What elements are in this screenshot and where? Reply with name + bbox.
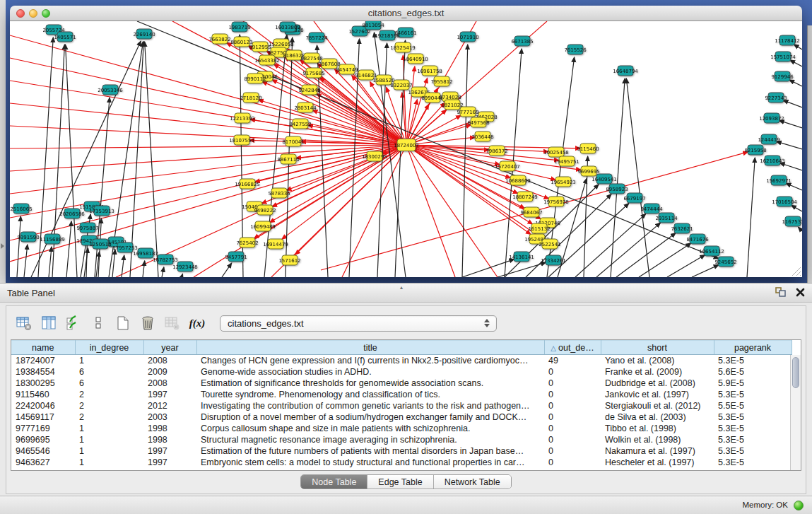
graph-node[interactable]: 11178412 xyxy=(775,35,800,45)
scrollbar-thumb[interactable] xyxy=(792,357,799,388)
table-row[interactable]: 1938455462009Genome-wide association stu… xyxy=(11,366,792,378)
table-row[interactable]: 946362711997Embryonic stem cells: a mode… xyxy=(11,457,792,468)
graph-node[interactable]: 6671385 xyxy=(511,36,533,46)
table-row[interactable]: 969969511998Structural magnetic resonanc… xyxy=(11,434,792,445)
graph-node[interactable]: 5878335 xyxy=(268,188,290,198)
graph-node[interactable]: 12213393 xyxy=(230,113,255,123)
network-window-titlebar[interactable]: citations_edges.txt xyxy=(10,6,802,21)
graph-node[interactable]: 7986372 xyxy=(486,146,507,156)
vertical-scrollbar[interactable] xyxy=(790,355,801,470)
graph-node[interactable]: 16210643 xyxy=(760,156,785,165)
graph-node[interactable]: 9245652 xyxy=(714,257,736,267)
network-window[interactable]: citations_edges.txt 88601238912955152260… xyxy=(10,6,802,277)
graph-node[interactable]: 7663822 xyxy=(208,34,230,44)
float-window-icon[interactable] xyxy=(775,287,786,300)
graph-node[interactable]: 8170041 xyxy=(282,136,304,146)
graph-node[interactable]: 1571612 xyxy=(278,255,300,265)
graph-node[interactable]: 9684067 xyxy=(520,207,542,217)
node-table-grid[interactable]: namein_degreeyeartitle△out_de…shortpager… xyxy=(11,340,792,468)
network-canvas-svg[interactable]: 8860123891295515226058982750516543382818… xyxy=(10,21,802,277)
graph-node[interactable]: 7625402 xyxy=(236,238,258,247)
graph-node[interactable]: 11156889 xyxy=(40,234,65,244)
table-row[interactable]: 2242004622012Investigating the contribut… xyxy=(11,400,792,411)
graph-node[interactable]: 1983719 xyxy=(228,22,250,32)
table-selector-dropdown[interactable]: citations_edges.txt xyxy=(220,315,497,332)
tab-node-table[interactable]: Node Table xyxy=(301,475,367,489)
graph-node[interactable]: 8813054 xyxy=(362,21,384,30)
graph-node[interactable]: 12093872 xyxy=(759,113,784,123)
graph-node[interactable]: 19495751 xyxy=(554,156,579,166)
select-columns-button[interactable] xyxy=(63,313,84,334)
graph-node[interactable]: 9175685 xyxy=(302,68,324,78)
graph-node[interactable]: 9699695 xyxy=(577,166,599,176)
graph-node[interactable]: 1615132 xyxy=(528,223,550,233)
graph-node[interactable]: 8427552 xyxy=(289,119,311,129)
graph-node[interactable]: 8867110 xyxy=(277,154,299,164)
column-header[interactable]: in_degree xyxy=(75,341,143,355)
graph-node[interactable]: 7615526 xyxy=(564,45,587,54)
graph-node[interactable]: 8471676 xyxy=(686,234,709,244)
close-icon[interactable] xyxy=(796,287,805,300)
graph-node[interactable]: 1244419 xyxy=(758,134,779,144)
graph-node[interactable]: 12923448 xyxy=(172,262,198,271)
column-header[interactable]: pagerank xyxy=(714,341,792,355)
column-header[interactable]: △out_de… xyxy=(544,341,601,355)
row-height-button[interactable] xyxy=(88,313,109,334)
graph-node[interactable]: 19654923 xyxy=(551,177,576,187)
graph-node[interactable]: 9474444 xyxy=(640,204,663,214)
graph-node[interactable]: 16961758 xyxy=(417,66,442,76)
graph-node[interactable]: 6497568 xyxy=(467,117,489,127)
graph-node[interactable]: 1250513 xyxy=(89,239,111,249)
graph-node[interactable]: 20206586 xyxy=(59,209,85,218)
graph-node[interactable]: 9242848 xyxy=(298,85,320,95)
graph-node[interactable]: 8958923 xyxy=(606,184,628,194)
graph-node[interactable]: 8215958 xyxy=(744,145,766,155)
graph-node[interactable]: 7632621 xyxy=(671,223,693,233)
memory-ok-indicator[interactable] xyxy=(794,501,804,510)
table-row[interactable]: 977716911998Corpus callosum shape and si… xyxy=(11,423,792,434)
graph-node[interactable]: 10025458 xyxy=(543,147,569,157)
column-header[interactable]: short xyxy=(601,341,714,355)
graph-node[interactable]: 7955812 xyxy=(430,76,452,86)
graph-node[interactable]: 2522541 xyxy=(539,239,560,249)
graph-node[interactable]: 9115460 xyxy=(577,144,599,153)
graph-node[interactable]: 17016504 xyxy=(772,197,797,206)
table-row[interactable]: 1456911722003Disruption of a novel membe… xyxy=(11,411,792,423)
graph-node[interactable]: 1071910 xyxy=(457,32,478,42)
table-row[interactable]: 1830029562008Estimation of significance … xyxy=(11,378,792,389)
graph-node[interactable]: 8990112 xyxy=(244,74,266,83)
graph-node[interactable]: 6679197 xyxy=(623,193,645,203)
close-window-icon[interactable] xyxy=(16,9,25,18)
graph-node[interactable]: 1167531 xyxy=(782,216,802,226)
tab-edge-table[interactable]: Edge Table xyxy=(367,475,433,489)
graph-node[interactable]: 18724007 xyxy=(394,139,419,151)
column-header[interactable]: year xyxy=(143,341,196,355)
graph-node[interactable]: 18640910 xyxy=(403,54,428,64)
graph-node[interactable]: 7857224 xyxy=(305,33,328,42)
graph-node[interactable]: 15751074 xyxy=(770,52,796,62)
network-canvas[interactable]: 8860123891295515226058982750516543382818… xyxy=(10,21,802,277)
new-file-button[interactable] xyxy=(112,313,134,334)
graph-node[interactable]: 2935114 xyxy=(655,213,678,223)
function-builder-button[interactable]: f(x) xyxy=(187,313,208,334)
tab-network-table[interactable]: Network Table xyxy=(433,475,511,489)
column-layout-button[interactable] xyxy=(38,313,59,334)
table-settings-button[interactable] xyxy=(13,313,35,334)
graph-node[interactable]: 9498222 xyxy=(254,205,276,215)
graph-node[interactable]: 16099489 xyxy=(250,221,276,231)
graph-node[interactable]: 9129946 xyxy=(771,71,794,81)
minimize-window-icon[interactable] xyxy=(29,9,37,18)
control-panel-collapse-arrow-icon[interactable] xyxy=(1,243,4,249)
graph-node[interactable]: 16648794 xyxy=(613,66,638,76)
zoom-window-icon[interactable] xyxy=(42,9,50,18)
table-row[interactable]: 1872400712008Changes of HCN gene express… xyxy=(11,355,792,367)
graph-node[interactable]: 9227343 xyxy=(765,93,787,103)
graph-node[interactable]: 2269140 xyxy=(133,29,155,39)
graph-node[interactable]: 18325419 xyxy=(390,42,416,52)
splitter-handle[interactable]: ▴ xyxy=(400,284,403,291)
graph-node[interactable]: 2516065 xyxy=(10,204,32,214)
graph-node[interactable]: 2036448 xyxy=(471,132,493,141)
graph-node[interactable]: 19166825 xyxy=(235,179,260,189)
graph-node[interactable]: 10654112 xyxy=(699,246,724,256)
table-row[interactable]: 911546021997Tourette syndrome. Phenomeno… xyxy=(11,389,792,400)
